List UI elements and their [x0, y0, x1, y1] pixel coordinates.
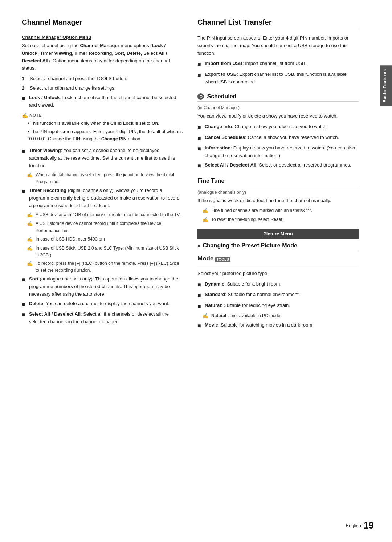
- information-item: ■ Information: Display a show you have r…: [197, 144, 359, 160]
- channel-list-transfer-title: Channel List Transfer: [197, 18, 359, 29]
- side-tab-label: Basic Features: [380, 65, 392, 106]
- channel-manager-title: Channel Manager: [22, 18, 183, 29]
- timer-rec-note-5: To record, press the [●] (REC) button on…: [27, 260, 183, 274]
- left-column: Channel Manager Channel Manager Option M…: [22, 18, 183, 520]
- scheduled-icon: ⊙: [197, 93, 204, 100]
- in-channel-manager: (in Channel Manager): [197, 105, 359, 110]
- timer-viewing-note: When a digital channel is selected, pres…: [27, 172, 183, 185]
- timer-rec-note-1: A USB device with 4GB of memory or great…: [27, 212, 183, 219]
- channel-manager-option-header: Channel Manager Option Menu: [22, 34, 183, 40]
- footer: English 19: [346, 520, 374, 531]
- timer-recording-item: ■ Timer Recording (digital channels only…: [22, 187, 183, 209]
- channel-list-transfer-intro: The PIN input screen appears. Enter your…: [197, 34, 359, 57]
- timer-viewing-item: ■ Timer Viewing: You can set a desired c…: [22, 147, 183, 169]
- movie-item: ■ Movie: Suitable for watching movies in…: [197, 321, 359, 330]
- channel-manager-intro: Set each channel using the Channel Manag…: [22, 42, 183, 72]
- change-info-item: ■ Change Info: Change a show you have re…: [197, 123, 359, 132]
- delete-item: ■ Delete: You can delete a channel to di…: [22, 300, 183, 309]
- select-all-scheduled-item: ■ Select All / Deselect All: Select or d…: [197, 161, 359, 171]
- fine-tune-note-2: To reset the fine-tuning, select Reset.: [203, 216, 359, 224]
- fine-tune-note-1: Fine tuned channels are marked with an a…: [203, 207, 359, 215]
- right-column: Channel List Transfer The PIN input scre…: [197, 18, 359, 520]
- note-item-2: The PIN input screen appears. Enter your…: [22, 128, 183, 143]
- select-all-item: ■ Select All / Deselect All: Select all …: [22, 311, 183, 326]
- natural-note: Natural is not available in PC mode.: [203, 312, 359, 320]
- sort-item: ■ Sort (analogue channels only): This op…: [22, 275, 183, 298]
- lock-unlock-item: ■ Lock / Unlock: Lock a channel so that …: [22, 94, 183, 109]
- timer-rec-note-2: A USB storage device cannot record until…: [27, 220, 183, 234]
- page: Basic Features Channel Manager Channel M…: [0, 0, 392, 542]
- changing-preset-title: Changing the Preset Picture Mode: [197, 242, 359, 251]
- mode-title: Mode: [197, 255, 213, 262]
- mode-intro: Select your preferred picture type.: [197, 270, 359, 278]
- dynamic-item: ■ Dynamic: Suitable for a bright room.: [197, 280, 359, 290]
- export-to-usb: ■ Export to USB: Export channel list to …: [197, 71, 359, 86]
- scheduled-title: ⊙ Scheduled: [197, 93, 359, 102]
- cancel-schedules-item: ■ Cancel Schedules: Cancel a show you ha…: [197, 134, 359, 143]
- natural-item: ■ Natural: Suitable for reducing eye str…: [197, 302, 359, 311]
- footer-page: 19: [363, 520, 374, 531]
- standard-item: ■ Standard: Suitable for a normal enviro…: [197, 291, 359, 300]
- main-content: Channel Manager Channel Manager Option M…: [0, 0, 380, 542]
- mode-section-divider: Mode TOOLS: [197, 255, 359, 267]
- picture-menu-bar: Picture Menu: [197, 229, 359, 239]
- note-label: NOTE: [22, 112, 183, 118]
- fine-tune-intro: If the signal is weak or distorted, fine…: [197, 197, 359, 205]
- timer-rec-note-4: In case of USB Stick, USB 2.0 and SLC Ty…: [27, 245, 183, 259]
- step-1: 1. Select a channel and press the TOOLS …: [22, 75, 183, 83]
- timer-rec-note-3: In case of USB-HDD, over 5400rpm: [27, 236, 183, 243]
- footer-text: English: [346, 523, 361, 528]
- import-from-usb: ■ Import from USB: Import channel list f…: [197, 60, 359, 69]
- scheduled-intro: You can view, modify or delete a show yo…: [197, 112, 359, 120]
- analogue-only: (analogue channels only): [197, 190, 359, 195]
- note-box: NOTE This function is available only whe…: [22, 112, 183, 143]
- fine-tune-title: Fine Tune: [197, 178, 359, 186]
- tools-badge: TOOLS: [215, 257, 230, 262]
- tab-label: Basic Features: [383, 69, 387, 102]
- note-item-1: This function is available only when the…: [22, 120, 183, 127]
- step-2: 2. Select a function and change its sett…: [22, 85, 183, 92]
